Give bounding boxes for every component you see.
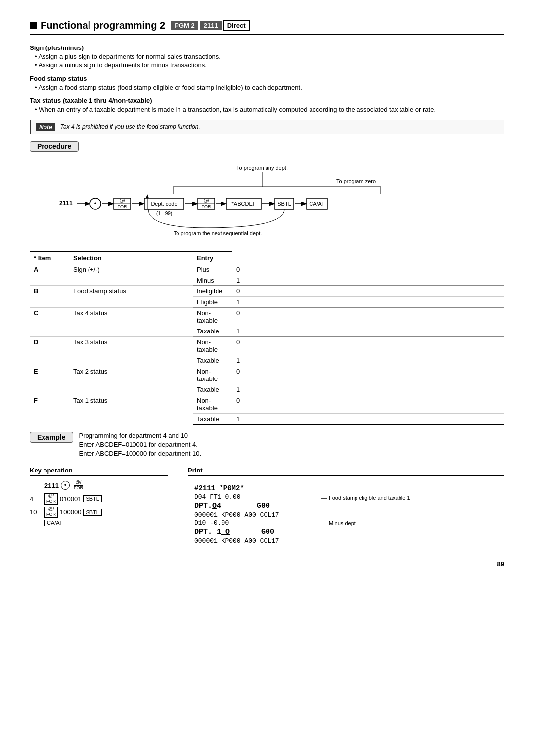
print-box: #2111 *PGM2* D04 FT1 0.00 DPT.O4 G00 000… [188, 480, 316, 550]
svg-text:Dept. code: Dept. code [151, 201, 177, 207]
procedure-svg: To program any dept. To program zero 211… [40, 161, 504, 240]
table-cell-entry: 1 [232, 326, 504, 337]
page-title: Functional programming 2 [41, 20, 165, 31]
annotation-1-text: Food stamp eligible and taxable 1 [329, 495, 410, 501]
key-2111: 2111 [44, 482, 59, 489]
print-line-2: D04 FT1 0.00 [194, 493, 310, 501]
key-num-2: 4 [30, 495, 44, 503]
print-line-3: DPT.O4 G00 [194, 502, 310, 510]
table-cell-item: D [30, 337, 69, 366]
table-cell-entry: 1 [232, 275, 504, 286]
table-cell-entry: 0 [232, 308, 504, 326]
key-caat: CA/AT [44, 520, 65, 526]
sign-bullet-list: Assign a plus sign to departments for no… [30, 53, 504, 69]
table-cell-entry: 0 [232, 286, 504, 297]
svg-text:To program the next sequential: To program the next sequential dept. [174, 230, 262, 236]
example-line-2: Enter ABCDEF=010001 for department 4. [79, 441, 202, 448]
annotation-1: Food stamp eligible and taxable 1 [321, 495, 410, 501]
table-cell-label: Sign (+/-) [69, 264, 193, 286]
note-text: Tax 4 is prohibited if you use the food … [60, 123, 200, 130]
example-line-1: Programming for department 4 and 10 [79, 432, 202, 439]
table-cell-selection: Plus [193, 264, 232, 275]
print-line-6: DPT. 1 O G00 [194, 528, 310, 536]
table-row: DTax 3 statusNon-taxable0 [30, 337, 504, 355]
page-number: 89 [30, 560, 504, 567]
table-cell-entry: 1 [232, 384, 504, 395]
svg-text:•: • [94, 200, 97, 207]
print-line-5: D10 -0.00 [194, 520, 310, 527]
table-cell-entry: 1 [232, 355, 504, 366]
pgm-badge: PGM 2 [171, 21, 198, 30]
svg-text:FOR: FOR [118, 204, 127, 209]
svg-text:@/: @/ [203, 198, 209, 203]
col-header-selection: Selection [69, 252, 193, 264]
note-label: Note [36, 123, 55, 131]
table-cell-selection: Non-taxable [193, 337, 232, 355]
table-cell-item: B [30, 286, 69, 308]
key-op-line-4: CA/AT [30, 520, 168, 526]
annotation-2: Minus dept. [321, 520, 410, 526]
table-cell-entry: 1 [232, 297, 504, 308]
note-box: Note Tax 4 is prohibited if you use the … [30, 120, 504, 134]
table-cell-item: E [30, 366, 69, 395]
svg-text:2111: 2111 [59, 200, 73, 207]
table-cell-entry: 0 [232, 337, 504, 355]
table-row: ETax 2 statusNon-taxable0 [30, 366, 504, 384]
food-stamp-bullet-1: Assign a food stamp status (food stamp e… [35, 84, 504, 91]
table-cell-entry: 0 [232, 366, 504, 384]
print-area: Print #2111 *PGM2* D04 FT1 0.00 DPT.O4 G… [188, 467, 504, 550]
col-header-item: * Item [30, 252, 69, 264]
table-header-row: * Item Selection Entry [30, 252, 504, 264]
example-label: Example [30, 432, 73, 443]
print-line-7: 000001 KP000 A00 COL17 [194, 537, 310, 545]
table-cell-entry: 0 [232, 395, 504, 414]
food-stamp-section: Food stamp status Assign a food stamp st… [30, 75, 504, 91]
svg-text:SBTL: SBTL [277, 201, 291, 207]
table-cell-selection: Non-taxable [193, 308, 232, 326]
sign-bullet-2: Assign a minus sign to departments for m… [35, 61, 504, 69]
sign-plus-minus-section: Sign (plus/minus) Assign a plus sign to … [30, 44, 504, 69]
bottom-section: Key operation 2111 • @/FOR 4 @/FOR 01000… [30, 467, 504, 550]
annotation-2-text: Minus dept. [329, 520, 357, 526]
key-code-2: 010001 [60, 495, 81, 503]
key-sbtl-3: SBTL [83, 509, 102, 516]
table-row: ASign (+/-)Plus0 [30, 264, 504, 275]
tax-status-title: Tax status (taxable 1 thru 4/non-taxable… [30, 97, 504, 104]
tax-status-section: Tax status (taxable 1 thru 4/non-taxable… [30, 97, 504, 113]
table-cell-item: F [30, 395, 69, 425]
example-section: Example Programming for department 4 and… [30, 432, 504, 459]
key-operation-area: Key operation 2111 • @/FOR 4 @/FOR 01000… [30, 467, 168, 528]
key-op-line-2: 4 @/FOR 010001 SBTL [30, 493, 168, 505]
key-num-3: 10 [30, 508, 44, 516]
svg-text:FOR: FOR [202, 204, 211, 209]
table-cell-item: C [30, 308, 69, 337]
food-stamp-title: Food stamp status [30, 75, 504, 82]
table-cell-label: Tax 3 status [69, 337, 193, 366]
tax-status-bullet-1: When an entry of a taxable department is… [35, 106, 504, 113]
example-line-3: Enter ABCDEF=100000 for department 10. [79, 450, 202, 457]
table-row: BFood stamp statusIneligible0 [30, 286, 504, 297]
table-cell-label: Tax 1 status [69, 395, 193, 425]
table-cell-selection: Ineligible [193, 286, 232, 297]
table-cell-selection: Taxable [193, 355, 232, 366]
procedure-label: Procedure [30, 141, 79, 152]
table-cell-selection: Non-taxable [193, 366, 232, 384]
key-op-line-1: 2111 • @/FOR [30, 480, 168, 491]
print-title: Print [188, 467, 504, 476]
key-op-title: Key operation [30, 467, 168, 476]
print-with-annotations: #2111 *PGM2* D04 FT1 0.00 DPT.O4 G00 000… [188, 480, 504, 550]
svg-text:(1 - 99): (1 - 99) [156, 211, 172, 216]
key-dot-circle: • [61, 481, 70, 490]
num-badge: 2111 [200, 21, 222, 30]
flow-diagram: To program any dept. To program zero 211… [40, 161, 504, 241]
table-cell-label: Food stamp status [69, 286, 193, 308]
svg-text:To program zero: To program zero [336, 178, 376, 184]
table-cell-entry: 1 [232, 414, 504, 425]
svg-text:CA/AT: CA/AT [309, 201, 325, 207]
table-row: CTax 4 statusNon-taxable0 [30, 308, 504, 326]
print-annotations: Food stamp eligible and taxable 1 Minus … [321, 480, 410, 534]
svg-text:*ABCDEF: *ABCDEF [232, 201, 256, 207]
svg-text:@/: @/ [119, 198, 125, 203]
table-cell-item: A [30, 264, 69, 286]
key-for-2: @/FOR [44, 493, 58, 505]
